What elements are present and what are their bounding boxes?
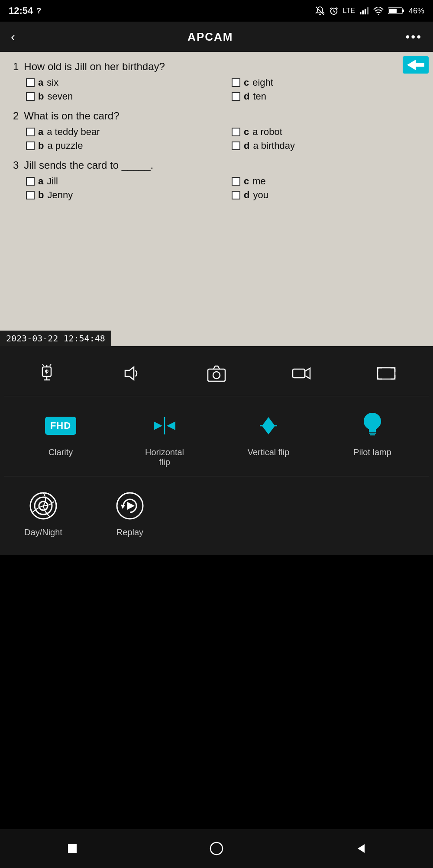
svg-rect-4 xyxy=(365,9,366,14)
q1-text: How old is Jill on her birthday? xyxy=(24,61,165,73)
svg-marker-38 xyxy=(121,505,125,509)
vertical-flip-button[interactable]: Vertical flip xyxy=(234,408,303,457)
svg-marker-27 xyxy=(167,421,175,430)
q2-opt-d: d a birthday xyxy=(232,140,429,151)
vertical-flip-icon xyxy=(251,408,286,443)
checkbox xyxy=(26,191,35,199)
notification-icon xyxy=(315,6,325,16)
camera-view: 1 How old is Jill on her birthday? a six… xyxy=(0,52,433,346)
horizontal-flip-button[interactable]: Horizontalflip xyxy=(130,408,199,467)
photo-button[interactable] xyxy=(199,361,234,385)
checkbox xyxy=(232,78,240,87)
volume-button[interactable] xyxy=(114,361,149,385)
svg-rect-25 xyxy=(378,368,395,379)
q3-options: a Jill c me b Jenny d you xyxy=(13,176,429,201)
horizontal-flip-label: Horizontalflip xyxy=(145,447,184,467)
controls-panel: FHD Clarity Horizontalflip xyxy=(0,346,433,555)
svg-rect-21 xyxy=(208,369,225,381)
bottom-nav xyxy=(0,829,433,868)
vertical-flip-label: Vertical flip xyxy=(248,447,290,457)
checkbox xyxy=(232,92,240,101)
checkbox xyxy=(26,177,35,186)
checkbox xyxy=(232,128,240,136)
wifi-icon xyxy=(373,7,384,15)
q3-opt-a: a Jill xyxy=(26,176,223,187)
svg-point-41 xyxy=(210,842,223,855)
aspect-icon xyxy=(375,361,398,385)
top-icon-row xyxy=(4,355,429,396)
quiz-content: 1 How old is Jill on her birthday? a six… xyxy=(13,61,429,209)
svg-rect-9 xyxy=(389,9,397,13)
q2-text: What is on the card? xyxy=(24,110,119,122)
question-1: 1 How old is Jill on her birthday? a six… xyxy=(13,61,429,102)
app-title: APCAM xyxy=(187,30,233,44)
more-button[interactable]: ••• xyxy=(406,30,422,44)
checkbox xyxy=(232,177,240,186)
aspect-button[interactable] xyxy=(369,361,404,385)
svg-line-19 xyxy=(50,364,51,366)
fhd-badge: FHD xyxy=(45,417,76,435)
day-night-label: Day/Night xyxy=(24,527,62,537)
replay-label: Replay xyxy=(116,527,143,537)
q1-number: 1 xyxy=(13,61,19,73)
q3-opt-c: c me xyxy=(232,176,429,187)
q1-opt-a: a six xyxy=(26,77,223,88)
svg-point-17 xyxy=(46,373,47,374)
status-bar-right: LTE 46% xyxy=(315,6,424,16)
checkbox xyxy=(26,128,35,136)
svg-rect-2 xyxy=(360,12,362,15)
q3-opt-d: d you xyxy=(232,190,429,201)
svg-rect-40 xyxy=(68,844,77,853)
question-3: 3 Jill sends the card to _____. a Jill c… xyxy=(13,159,429,201)
battery-percent: 46% xyxy=(409,6,424,16)
svg-marker-42 xyxy=(358,844,365,853)
signal-text: LTE xyxy=(343,7,355,15)
stop-button[interactable] xyxy=(61,838,83,859)
checkbox xyxy=(26,141,35,150)
question-2: 2 What is on the card? a a teddy bear c … xyxy=(13,110,429,151)
svg-point-22 xyxy=(213,372,220,379)
time-display: 12:54 xyxy=(9,5,33,16)
status-bar: 12:54 ? LTE xyxy=(0,0,433,22)
status-bar-left: 12:54 ? xyxy=(9,5,41,16)
checkbox xyxy=(232,191,240,199)
svg-point-6 xyxy=(378,14,379,15)
q1-options: a six c eight b seven d ten xyxy=(13,77,429,102)
clarity-label: Clarity xyxy=(48,447,73,457)
day-night-button[interactable]: Day/Night xyxy=(9,489,78,537)
replay-button[interactable]: Replay xyxy=(95,489,165,537)
alarm-button[interactable] xyxy=(29,361,64,385)
video-button[interactable] xyxy=(284,361,319,385)
back-button[interactable]: ‹ xyxy=(11,29,15,44)
q1-opt-d: d ten xyxy=(232,91,429,102)
alarm-icon xyxy=(35,361,59,385)
volume-icon xyxy=(120,361,144,385)
q2-options: a a teddy bear c a robot b a puzzle d a … xyxy=(13,126,429,151)
pilot-lamp-label: Pilot lamp xyxy=(353,447,391,457)
photo-icon xyxy=(205,361,229,385)
signal-bars-icon xyxy=(359,7,369,15)
checkbox xyxy=(232,141,240,150)
svg-marker-20 xyxy=(125,367,134,380)
q2-opt-c: c a robot xyxy=(232,126,429,138)
checkbox xyxy=(26,78,35,87)
battery-icon xyxy=(388,7,404,15)
q3-opt-b: b Jenny xyxy=(26,190,223,201)
back-button-nav[interactable] xyxy=(350,838,372,859)
timestamp: 2023-03-22 12:54:48 xyxy=(0,331,111,346)
svg-rect-23 xyxy=(293,369,305,378)
svg-rect-5 xyxy=(367,7,368,15)
horizontal-flip-icon xyxy=(147,408,182,443)
q2-opt-b: b a puzzle xyxy=(26,140,223,151)
replay-icon xyxy=(113,489,147,523)
nav-bar: ‹ APCAM ••• xyxy=(0,22,433,52)
checkbox xyxy=(26,92,35,101)
pilot-lamp-button[interactable]: Pilot lamp xyxy=(338,408,407,457)
question-icon: ? xyxy=(36,6,41,16)
q3-number: 3 xyxy=(13,159,19,171)
home-button[interactable] xyxy=(206,838,227,859)
svg-marker-30 xyxy=(262,426,275,434)
clarity-button[interactable]: FHD Clarity xyxy=(26,408,95,457)
clarity-icon: FHD xyxy=(43,408,78,443)
feature-row-1: FHD Clarity Horizontalflip xyxy=(4,396,429,476)
